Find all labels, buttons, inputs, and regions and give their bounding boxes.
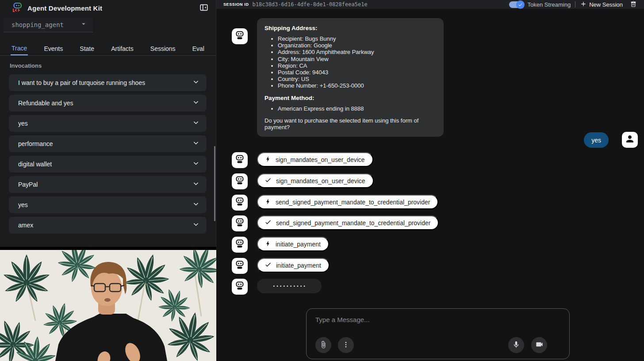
- sidebar: Agent Development Kit shopping_agent Tra…: [0, 0, 216, 361]
- paperclip-icon: [319, 341, 327, 350]
- chat-panel: SESSION ID b18c38d3-6d16-4dfe-8de1-0828f…: [216, 0, 644, 361]
- typing-indicator: ••••••••••: [257, 279, 322, 293]
- divider: [575, 1, 575, 8]
- check-icon: [264, 177, 272, 185]
- chevron-down-icon: [192, 220, 200, 230]
- robot-icon: [234, 30, 245, 42]
- list-item: Address: 1600 Amphitheatre Parkway: [278, 49, 436, 55]
- bot-avatar: [232, 173, 248, 189]
- bot-avatar: [232, 215, 248, 231]
- adk-web-app: Agent Development Kit shopping_agent Tra…: [0, 0, 644, 361]
- robot-icon: [234, 260, 245, 272]
- collapse-sidebar-button[interactable]: [198, 2, 210, 15]
- user-avatar: [622, 132, 638, 148]
- list-item: Organization: Google: [278, 42, 436, 49]
- agent-select-value: shopping_agent: [12, 21, 80, 28]
- user-message: yes: [584, 132, 609, 148]
- chevron-down-icon: [192, 98, 200, 108]
- function-response-chip[interactable]: initiate_payment: [257, 258, 330, 273]
- check-icon: [264, 261, 272, 269]
- chevron-down-icon: [192, 77, 200, 88]
- app-title: Agent Development Kit: [27, 4, 198, 12]
- list-item: Phone Number: +1-650-253-0000: [278, 82, 436, 89]
- toggle-thumb: [516, 0, 525, 9]
- list-item: Region: CA: [278, 62, 436, 69]
- invocation-item[interactable]: performance: [9, 135, 207, 152]
- bolt-icon: [264, 156, 271, 164]
- bot-avatar: [232, 152, 248, 168]
- agent-select-dropdown[interactable]: shopping_agent: [4, 18, 93, 32]
- bot-avatar: [232, 28, 248, 44]
- check-icon: [264, 219, 272, 227]
- bolt-icon: [264, 198, 271, 206]
- robot-icon: [234, 154, 245, 166]
- bot-avatar: [232, 237, 248, 253]
- session-bar: SESSION ID b18c38d3-6d16-4dfe-8de1-0828f…: [216, 0, 644, 9]
- mic-icon: [512, 341, 520, 350]
- function-call-chip[interactable]: send_signed_payment_mandate_to_credentia…: [257, 195, 438, 209]
- chevron-down-icon: [192, 118, 200, 129]
- invocation-list: I want to buy a pair of turquoise runnin…: [9, 74, 207, 234]
- function-response-chip[interactable]: send_signed_payment_mandate_to_credentia…: [257, 215, 439, 230]
- tab-trace[interactable]: Trace: [11, 42, 28, 55]
- invocation-item[interactable]: yes: [9, 115, 207, 132]
- chevron-down-icon: [192, 138, 200, 149]
- message-composer: [306, 308, 570, 359]
- list-item: Postal Code: 94043: [278, 69, 436, 76]
- invocation-item[interactable]: amex: [9, 217, 207, 234]
- function-call-chip[interactable]: sign_mandates_on_user_device: [257, 152, 373, 167]
- tab-artifacts[interactable]: Artifacts: [110, 42, 134, 55]
- bot-avatar: [232, 195, 248, 211]
- person-icon: [625, 134, 635, 146]
- microphone-button[interactable]: [508, 337, 524, 353]
- function-response-chip[interactable]: sign_mandates_on_user_device: [257, 173, 374, 188]
- tab-state[interactable]: State: [79, 42, 95, 55]
- list-item: American Express ending in 8888: [278, 105, 436, 112]
- adk-logo-icon: [12, 1, 23, 15]
- robot-icon: [234, 280, 245, 293]
- plus-icon: [580, 0, 587, 9]
- invocation-item[interactable]: PayPal: [9, 176, 207, 193]
- session-id-label: SESSION ID: [223, 2, 249, 7]
- typing-dots: ••••••••••: [272, 284, 307, 288]
- bot-question-text: Do you want to purchase the selected ite…: [264, 117, 436, 131]
- sidebar-scrollbar[interactable]: [214, 146, 215, 221]
- tab-sessions[interactable]: Sessions: [150, 42, 176, 55]
- attach-file-button[interactable]: [315, 337, 331, 353]
- trash-icon: [630, 0, 637, 9]
- bot-avatar: [232, 279, 248, 295]
- token-streaming-toggle[interactable]: [509, 1, 524, 8]
- session-id-value: b18c38d3-6d16-4dfe-8de1-0828feea5e1e: [253, 1, 509, 8]
- list-item: Recipient: Bugs Bunny: [278, 35, 436, 42]
- invocation-item[interactable]: digital wallet: [9, 156, 207, 173]
- new-session-button[interactable]: New Session: [580, 0, 623, 9]
- robot-icon: [234, 175, 245, 188]
- robot-icon: [234, 238, 245, 251]
- video-camera-button[interactable]: [531, 337, 547, 353]
- collapse-panel-icon: [199, 3, 209, 14]
- tab-events[interactable]: Events: [43, 42, 64, 55]
- bot-message: Shipping Address: Recipient: Bugs Bunny …: [257, 18, 444, 137]
- sidebar-header: Agent Development Kit: [0, 0, 216, 16]
- robot-icon: [234, 217, 245, 230]
- token-streaming-label: Token Streaming: [528, 1, 571, 8]
- more-options-button[interactable]: [338, 337, 354, 353]
- message-input[interactable]: [315, 316, 561, 323]
- tab-eval[interactable]: Eval: [192, 42, 205, 55]
- invocation-item[interactable]: Refundable and yes: [9, 95, 207, 111]
- more-vert-icon: [342, 341, 350, 350]
- invocation-item[interactable]: yes: [9, 196, 207, 213]
- chevron-down-icon: [192, 159, 200, 169]
- invocations-heading: Invocations: [10, 62, 42, 69]
- shipping-address-heading: Shipping Address:: [264, 25, 436, 31]
- invocation-item[interactable]: I want to buy a pair of turquoise runnin…: [9, 74, 207, 91]
- videocam-icon: [535, 340, 544, 350]
- chevron-down-icon: [192, 179, 200, 190]
- function-call-chip[interactable]: initiate_payment: [257, 237, 329, 251]
- shipping-address-list: Recipient: Bugs Bunny Organization: Goog…: [278, 35, 436, 89]
- payment-method-heading: Payment Method:: [264, 95, 436, 101]
- delete-session-button[interactable]: [629, 0, 638, 10]
- bot-avatar: [232, 258, 248, 274]
- payment-method-list: American Express ending in 8888: [278, 105, 436, 112]
- tab-bar: Trace Events State Artifacts Sessions Ev…: [0, 42, 216, 56]
